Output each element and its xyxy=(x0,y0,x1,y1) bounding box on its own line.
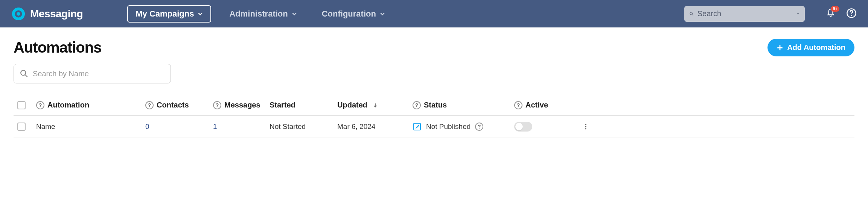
help-button[interactable] xyxy=(846,8,857,20)
svg-point-12 xyxy=(585,128,586,129)
cell-name[interactable]: Name xyxy=(36,123,145,131)
col-label: Automation xyxy=(47,101,89,109)
help-icon[interactable]: ? xyxy=(514,101,522,109)
search-icon xyxy=(20,70,28,78)
chevron-down-icon xyxy=(380,11,385,17)
help-icon[interactable]: ? xyxy=(36,101,44,109)
cell-messages[interactable]: 1 xyxy=(213,123,270,131)
nav-label: My Campaigns xyxy=(136,9,194,19)
help-icon[interactable]: ? xyxy=(475,123,483,131)
nav-configuration[interactable]: Configuration xyxy=(315,6,392,22)
col-label: Contacts xyxy=(157,101,189,109)
help-icon xyxy=(846,8,857,18)
chevron-down-icon xyxy=(292,11,297,17)
app-header: Messaging My Campaigns Administration Co… xyxy=(0,0,868,27)
notification-badge: 9+ xyxy=(831,6,839,12)
svg-point-7 xyxy=(21,70,26,75)
svg-point-10 xyxy=(585,124,586,125)
page-title: Automations xyxy=(14,39,101,56)
more-vertical-icon xyxy=(582,123,589,130)
col-label: Status xyxy=(424,101,447,109)
nav-my-campaigns[interactable]: My Campaigns xyxy=(127,5,211,23)
svg-point-2 xyxy=(17,12,20,16)
page-header: Automations Add Automation xyxy=(14,39,854,56)
col-messages[interactable]: ? Messages xyxy=(213,101,270,109)
help-icon[interactable]: ? xyxy=(213,101,221,109)
col-contacts[interactable]: ? Contacts xyxy=(145,101,213,109)
header-actions: 9+ xyxy=(826,8,857,20)
col-label: Started xyxy=(270,101,295,109)
add-automation-button[interactable]: Add Automation xyxy=(767,39,854,56)
cell-active xyxy=(514,122,578,132)
search-input[interactable] xyxy=(697,9,793,18)
col-label: Active xyxy=(525,101,548,109)
search-icon xyxy=(690,11,694,17)
col-label: Messages xyxy=(224,101,260,109)
svg-line-4 xyxy=(692,14,693,15)
automations-table: ? Automation ? Contacts ? Messages Start… xyxy=(14,95,854,138)
cell-status: Not Published ? xyxy=(413,122,514,131)
filter-search[interactable] xyxy=(14,64,171,83)
col-updated[interactable]: Updated xyxy=(337,101,413,109)
table-header: ? Automation ? Contacts ? Messages Start… xyxy=(14,95,854,116)
status-text: Not Published xyxy=(426,123,471,131)
help-icon[interactable]: ? xyxy=(145,101,154,109)
edit-draft-icon xyxy=(413,122,422,131)
sort-down-icon xyxy=(373,103,378,108)
cell-started: Not Started xyxy=(270,123,337,131)
plus-icon xyxy=(777,44,783,51)
table-row: Name 0 1 Not Started Mar 6, 2024 Not Pub… xyxy=(14,116,854,138)
col-active[interactable]: ? Active xyxy=(514,101,578,109)
active-toggle[interactable] xyxy=(514,122,532,132)
nav-label: Configuration xyxy=(322,9,376,19)
chevron-down-icon xyxy=(198,11,203,17)
svg-point-11 xyxy=(585,126,586,127)
filter-input[interactable] xyxy=(33,70,164,78)
select-all-checkbox[interactable] xyxy=(17,101,26,109)
row-more-button[interactable] xyxy=(578,123,593,130)
col-label: Updated xyxy=(337,101,367,109)
nav-label: Administration xyxy=(229,9,288,19)
svg-point-3 xyxy=(690,12,692,14)
toggle-knob xyxy=(515,123,523,130)
nav-administration[interactable]: Administration xyxy=(222,6,303,22)
svg-point-6 xyxy=(851,15,852,15)
col-status[interactable]: ? Status xyxy=(413,101,514,109)
main-nav: My Campaigns Administration Configuratio… xyxy=(127,5,392,23)
logo[interactable]: Messaging xyxy=(11,7,83,21)
col-automation[interactable]: ? Automation xyxy=(36,101,145,109)
caret-down-icon[interactable] xyxy=(796,11,799,17)
global-search[interactable] xyxy=(684,6,805,22)
messaging-logo-icon xyxy=(11,7,26,21)
main-content: Automations Add Automation ? Automation … xyxy=(0,27,868,149)
cell-updated: Mar 6, 2024 xyxy=(337,123,413,131)
col-started[interactable]: Started xyxy=(270,101,337,109)
row-checkbox[interactable] xyxy=(17,123,26,131)
help-icon[interactable]: ? xyxy=(413,101,421,109)
notifications-button[interactable]: 9+ xyxy=(826,8,836,20)
app-name: Messaging xyxy=(30,8,83,20)
add-button-label: Add Automation xyxy=(787,43,845,52)
svg-line-8 xyxy=(25,75,27,77)
cell-contacts[interactable]: 0 xyxy=(145,123,213,131)
